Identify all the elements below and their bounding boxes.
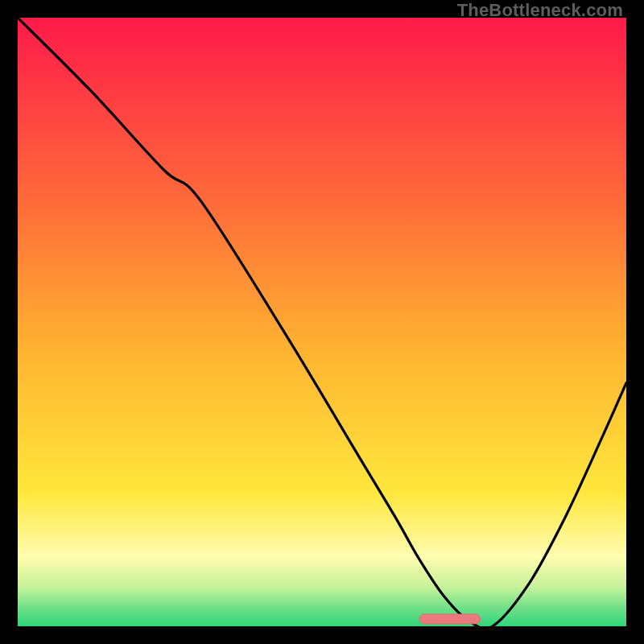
watermark-text: TheBottleneck.com <box>457 0 623 21</box>
optimal-range-marker <box>419 614 481 624</box>
chart-svg <box>18 18 626 626</box>
